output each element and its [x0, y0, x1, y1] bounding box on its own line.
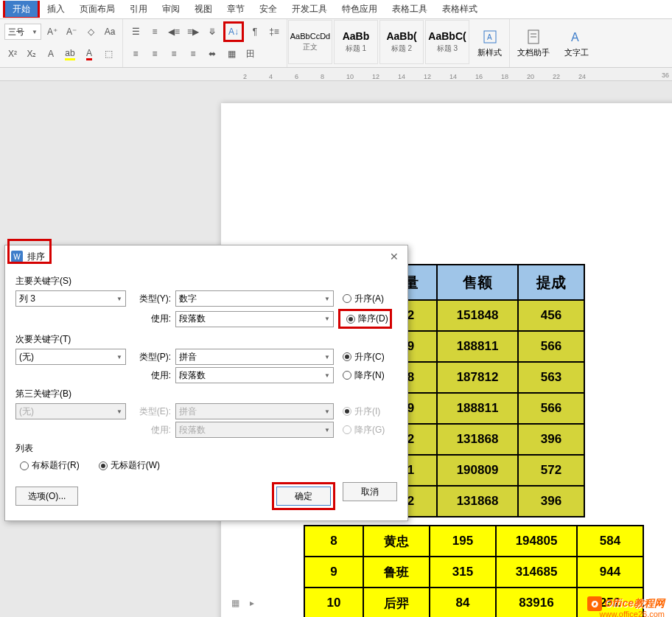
close-icon[interactable]: ✕: [387, 249, 402, 264]
tab-view[interactable]: 视图: [187, 0, 220, 18]
tab-security[interactable]: 安全: [252, 0, 284, 18]
type-label-e: 类型(E):: [130, 405, 171, 418]
third-key-select: (无)▼: [15, 403, 126, 419]
ribbon-toolbar: 三号▼ A⁺ A⁻ ◇ Aa X² X₂ A ab A ⬚ ☰ ≡ ◀≡ ≡▶ …: [0, 19, 672, 68]
header-com: 提成: [518, 265, 584, 300]
options-button[interactable]: 选项(O)...: [15, 487, 78, 506]
text-tool-button[interactable]: A 文字工: [557, 19, 596, 67]
show-marks-icon[interactable]: ¶: [247, 24, 263, 40]
text-tool-icon: A: [568, 28, 586, 46]
change-case-icon[interactable]: Aa: [102, 24, 118, 40]
secondary-key-label: 次要关键字(T): [15, 333, 397, 346]
shading-icon[interactable]: ▦: [223, 46, 239, 62]
ok-button[interactable]: 确定: [276, 487, 331, 506]
use-label-3: 使用:: [130, 424, 171, 436]
new-style-icon: A: [481, 28, 499, 46]
document-area: 名 售量 售额 提成 乔152151848456 乔189188811566 姬…: [0, 81, 672, 617]
style-gallery: AaBbCcDd正文 AaBb标题 1 AaBb(标题 2 AaBbC(标题 3: [287, 19, 470, 65]
primary-key-select[interactable]: 列 3▼: [15, 290, 126, 307]
watermark-url: www.office26.com: [600, 610, 665, 617]
secondary-type-select[interactable]: 拼音▼: [175, 349, 334, 365]
page-icon[interactable]: ▦: [231, 598, 239, 608]
decrease-font-icon[interactable]: A⁻: [63, 24, 80, 40]
style-heading1[interactable]: AaBb标题 1: [334, 20, 378, 64]
list-label: 列表: [15, 442, 397, 455]
type-label: 类型(Y):: [130, 293, 171, 305]
table-row[interactable]: 8黄忠195194805584: [304, 526, 643, 557]
secondary-desc-radio[interactable]: 降序(N): [343, 369, 385, 382]
primary-key-label: 主要关键字(S): [15, 275, 397, 287]
secondary-key-select[interactable]: (无)▼: [15, 349, 126, 365]
tab-devtools[interactable]: 开发工具: [284, 0, 335, 18]
use-label-2: 使用:: [130, 369, 171, 382]
text-direction-icon[interactable]: ⤋: [204, 24, 220, 40]
sort-dialog: W 排序 ✕ 主要关键字(S) 列 3▼ 类型(Y): 数字▼ 升序(A) 使用…: [4, 245, 408, 521]
clear-format-icon[interactable]: ◇: [83, 24, 99, 40]
primary-use-select[interactable]: 段落数▼: [175, 311, 334, 327]
doc-assist-icon: [525, 28, 542, 46]
sort-icon[interactable]: A↓: [225, 24, 242, 40]
highlight-icon[interactable]: ab: [62, 46, 78, 62]
cancel-button[interactable]: 取消: [343, 482, 397, 501]
tab-tabletools[interactable]: 表格工具: [385, 0, 435, 18]
increase-font-icon[interactable]: A⁺: [44, 24, 60, 40]
style-normal[interactable]: AaBbCcDd正文: [288, 20, 332, 64]
tab-chapter[interactable]: 章节: [220, 0, 252, 18]
primary-asc-radio[interactable]: 升序(A): [343, 293, 384, 305]
nav-icon[interactable]: ▸: [250, 598, 254, 608]
align-justify-icon[interactable]: ≡: [185, 46, 201, 62]
status-icons: ▦ ▸: [231, 598, 254, 608]
doc-assist-button[interactable]: 文档助手: [510, 19, 557, 67]
superscript-icon[interactable]: X²: [4, 46, 21, 62]
third-type-select: 拼音▼: [175, 403, 334, 419]
increase-indent-icon[interactable]: ≡▶: [185, 24, 201, 40]
decrease-indent-icon[interactable]: ◀≡: [166, 24, 182, 40]
type-label-p: 类型(P):: [130, 351, 171, 363]
no-header-radio[interactable]: 无标题行(W): [99, 459, 160, 472]
ribbon-tabs: 开始 插入 页面布局 引用 审阅 视图 章节 安全 开发工具 特色应用 表格工具…: [0, 0, 672, 19]
highlight-ok-button: 确定: [272, 482, 335, 510]
third-desc-radio: 降序(G): [343, 424, 385, 436]
new-style-button[interactable]: A 新样式: [470, 19, 509, 67]
svg-text:A: A: [487, 33, 492, 41]
watermark: O Office教程网: [587, 596, 665, 611]
tab-review[interactable]: 审阅: [155, 0, 187, 18]
highlight-desc-radio: 降序(D): [338, 309, 392, 329]
align-right-icon[interactable]: ≡: [166, 46, 182, 62]
numbering-icon[interactable]: ≡: [147, 24, 163, 40]
tab-insert[interactable]: 插入: [40, 0, 72, 18]
style-heading3[interactable]: AaBbC(标题 3: [425, 20, 469, 64]
bullets-icon[interactable]: ☰: [127, 24, 144, 40]
char-shading-icon[interactable]: A: [43, 46, 59, 62]
char-border-icon[interactable]: ⬚: [100, 46, 116, 62]
tab-layout[interactable]: 页面布局: [72, 0, 122, 18]
tab-tablestyle[interactable]: 表格样式: [435, 0, 485, 18]
highlight-start-tab: 开始: [3, 1, 40, 18]
secondary-asc-radio[interactable]: 升序(C): [343, 351, 385, 363]
distribute-icon[interactable]: ⬌: [204, 46, 220, 62]
style-heading2[interactable]: AaBb(标题 2: [379, 20, 424, 64]
has-header-radio[interactable]: 有标题行(R): [20, 459, 80, 472]
highlight-dialog-title: [7, 239, 52, 264]
use-label: 使用:: [130, 313, 171, 325]
dialog-titlebar: W 排序 ✕: [5, 245, 407, 268]
primary-type-select[interactable]: 数字▼: [175, 290, 334, 307]
primary-desc-radio[interactable]: 降序(D): [346, 313, 388, 325]
font-size-select[interactable]: 三号▼: [4, 24, 41, 40]
tab-special[interactable]: 特色应用: [335, 0, 385, 18]
subscript-icon[interactable]: X₂: [24, 46, 40, 62]
third-key-label: 第三关键字(B): [15, 388, 397, 400]
line-spacing-icon[interactable]: ‡≡: [266, 24, 282, 40]
third-use-select: 段落数▼: [175, 422, 334, 438]
highlight-sort: A↓: [223, 21, 244, 42]
font-color-icon[interactable]: A: [81, 46, 97, 62]
tab-start[interactable]: 开始: [5, 1, 38, 17]
tab-reference[interactable]: 引用: [122, 0, 155, 18]
header-amt: 售额: [437, 265, 518, 300]
secondary-use-select[interactable]: 段落数▼: [175, 367, 334, 383]
third-asc-radio: 升序(I): [343, 405, 380, 418]
table-row[interactable]: 9鲁班315314685944: [304, 557, 643, 588]
borders-icon[interactable]: 田: [242, 46, 259, 62]
align-left-icon[interactable]: ≡: [127, 46, 144, 62]
align-center-icon[interactable]: ≡: [147, 46, 163, 62]
